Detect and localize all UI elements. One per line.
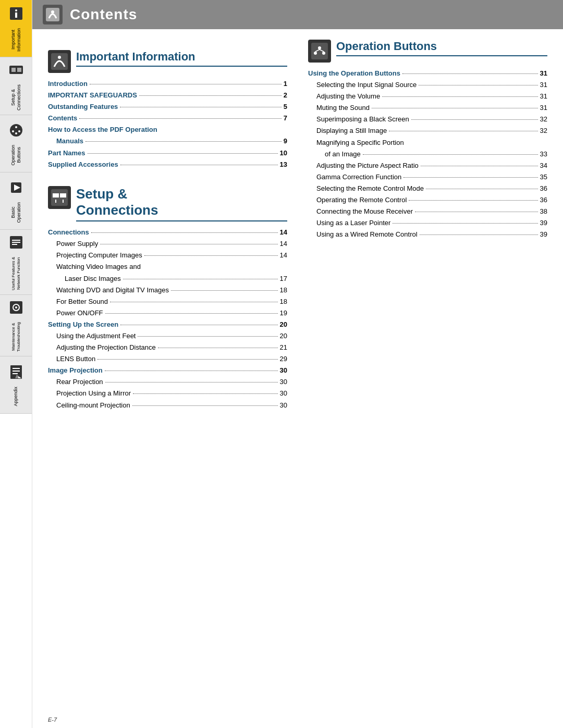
toc-ceiling-mount[interactable]: Ceiling-mount Projection 30: [48, 400, 287, 411]
sidebar-item-setup-connections[interactable]: Setup & Connections: [0, 57, 32, 115]
toc-image-projection[interactable]: Image Projection 30: [48, 365, 287, 376]
svg-rect-5: [17, 68, 21, 72]
toc-dots: [144, 255, 278, 256]
toc-page: 18: [280, 285, 287, 296]
svg-rect-23: [13, 373, 18, 374]
toc-dots: [389, 131, 537, 131]
toc-label: Image Projection: [48, 365, 103, 376]
toc-part-names[interactable]: Part Names 10: [48, 147, 287, 159]
sidebar-item-maintenance[interactable]: Maintenance & Troubleshooting: [0, 295, 32, 356]
toc-connections[interactable]: Connections 14: [48, 227, 287, 238]
important-info-toc: Introduction 1 IMPORTANT SAFEGUARDS 2 Ou…: [48, 78, 287, 170]
operation-buttons-section-header: Operation Buttons: [308, 40, 547, 63]
toc-page: 31: [540, 79, 547, 91]
toc-of-an-image[interactable]: of an Image 33: [308, 149, 547, 160]
operation-buttons-title: Operation Buttons: [336, 40, 547, 56]
toc-picture-aspect-ratio[interactable]: Adjusting the Picture Aspect Ratio 34: [308, 160, 547, 171]
toc-dots: [403, 177, 537, 178]
toc-page: 36: [540, 194, 547, 206]
important-info-section-icon: [48, 50, 71, 73]
toc-dots: [105, 313, 278, 314]
toc-supplied-accessories[interactable]: Supplied Accessories 13: [48, 159, 287, 170]
toc-displaying-still-image[interactable]: Displaying a Still Image 32: [308, 125, 547, 137]
toc-dots: [402, 73, 538, 74]
toc-page: 29: [280, 353, 287, 365]
toc-page: 32: [540, 114, 547, 125]
svg-point-38: [322, 52, 325, 55]
toc-operating-remote-control[interactable]: Operating the Remote Control 36: [308, 194, 547, 206]
toc-dots: [120, 325, 277, 325]
toc-dots: [88, 153, 278, 154]
toc-label: Displaying a Still Image: [316, 125, 387, 137]
toc-page: 20: [280, 319, 287, 330]
toc-gamma-correction[interactable]: Gamma Correction Function 35: [308, 171, 547, 183]
toc-projection-mirror[interactable]: Projection Using a Mirror 30: [48, 388, 287, 399]
toc-setting-up-screen[interactable]: Setting Up the Screen 20: [48, 319, 287, 330]
toc-contents[interactable]: Contents 7: [48, 113, 287, 124]
toc-better-sound[interactable]: For Better Sound 18: [48, 296, 287, 307]
toc-label: of an Image: [325, 149, 361, 160]
svg-point-36: [318, 46, 321, 50]
right-column: Operation Buttons Using the Operation Bu…: [303, 40, 547, 701]
toc-outstanding[interactable]: Outstanding Features 5: [48, 101, 287, 113]
toc-dots: [382, 96, 537, 97]
sidebar-item-useful-features[interactable]: Useful Features & Network Function: [0, 230, 32, 295]
toc-projection-distance[interactable]: Adjusting the Projection Distance 21: [48, 342, 287, 353]
toc-label: Laser Disc Images: [65, 273, 121, 285]
sidebar-item-appendix[interactable]: Appendix: [0, 356, 32, 414]
toc-label: Using the Adjustment Feet: [56, 330, 136, 342]
maintenance-icon: [8, 299, 25, 319]
toc-laser-disc[interactable]: Laser Disc Images 17: [48, 273, 287, 285]
toc-label: Operating the Remote Control: [316, 194, 407, 206]
setup-section: Setup & Connections Connections 14 Power…: [48, 186, 287, 411]
toc-adjustment-feet[interactable]: Using the Adjustment Feet 20: [48, 330, 287, 342]
toc-rear-projection[interactable]: Rear Projection 30: [48, 376, 287, 388]
toc-page: 17: [280, 273, 287, 285]
toc-dots: [419, 85, 537, 85]
toc-safeguards[interactable]: IMPORTANT SAFEGUARDS 2: [48, 90, 287, 101]
svg-point-29: [58, 56, 61, 59]
toc-superimposing-black-screen[interactable]: Superimposing a Black Screen 32: [308, 114, 547, 125]
toc-power-onoff[interactable]: Power ON/OFF 19: [48, 307, 287, 319]
toc-dots: [110, 302, 278, 302]
toc-wired-remote-control[interactable]: Using as a Wired Remote Control 39: [308, 229, 547, 240]
toc-page: 14: [280, 238, 287, 250]
toc-selecting-input-signal[interactable]: Selecting the Input Signal Source 31: [308, 79, 547, 91]
toc-dvd[interactable]: Watching DVD and Digital TV Images 18: [48, 285, 287, 296]
svg-rect-21: [13, 368, 20, 369]
toc-connecting-mouse-receiver[interactable]: Connecting the Mouse Receiver 38: [308, 206, 547, 217]
sidebar-label-basic: Basic Operation: [10, 202, 22, 223]
toc-label: Projecting Computer Images: [56, 250, 142, 261]
toc-using-operation-buttons[interactable]: Using the Operation Buttons 31: [308, 68, 547, 79]
sidebar-item-important-information[interactable]: Important Information: [0, 0, 32, 57]
toc-label: Adjusting the Volume: [316, 91, 380, 102]
setup-section-icon: [48, 186, 71, 209]
svg-point-19: [15, 306, 17, 309]
svg-rect-31: [53, 193, 59, 198]
toc-dots: [363, 154, 538, 155]
svg-rect-35: [311, 43, 328, 59]
toc-label: Rear Projection: [56, 376, 103, 388]
toc-adjusting-volume[interactable]: Adjusting the Volume 31: [308, 91, 547, 102]
toc-label: Power ON/OFF: [56, 307, 103, 319]
toc-page: 33: [540, 149, 547, 160]
content-area: Important Information Introduction 1 IMP…: [32, 29, 563, 711]
toc-lens-button[interactable]: LENS Button 29: [48, 353, 287, 365]
toc-label: Gamma Correction Function: [316, 171, 401, 183]
setup-icon: [8, 61, 25, 81]
toc-introduction[interactable]: Introduction 1: [48, 78, 287, 90]
toc-manuals[interactable]: Manuals 9: [48, 135, 287, 147]
toc-dots: [171, 290, 277, 291]
toc-dots: [120, 107, 281, 107]
toc-page: 31: [540, 102, 547, 114]
toc-dots: [415, 212, 538, 212]
sidebar-item-basic-operation[interactable]: Basic Operation: [0, 172, 32, 230]
toc-muting-sound[interactable]: Muting the Sound 31: [308, 102, 547, 114]
sidebar-item-operation-buttons[interactable]: Operation Buttons: [0, 115, 32, 172]
toc-projecting-computer[interactable]: Projecting Computer Images 14: [48, 250, 287, 261]
toc-laser-pointer[interactable]: Using as a Laser Pointer 39: [308, 217, 547, 229]
operation-buttons-toc: Using the Operation Buttons 31 Selecting…: [308, 68, 547, 240]
toc-remote-control-mode[interactable]: Selecting the Remote Control Mode 36: [308, 183, 547, 194]
toc-power-supply[interactable]: Power Supply 14: [48, 238, 287, 250]
important-info-title: Important Information: [76, 50, 287, 67]
